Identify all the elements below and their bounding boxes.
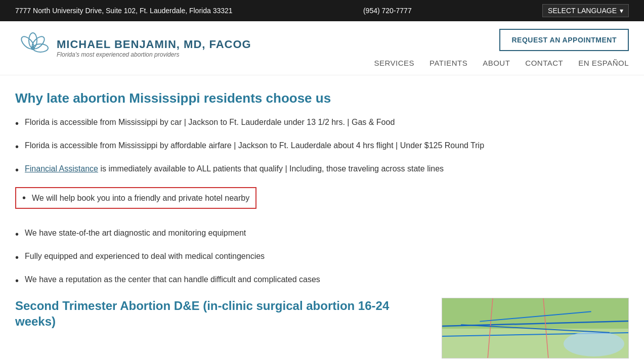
svg-point-4 (31, 46, 35, 50)
main-nav: SERVICES PATIENTS ABOUT CONTACT EN ESPAÑ… (374, 59, 629, 67)
language-selector[interactable]: SELECT LANGUAGE ▾ (542, 4, 629, 17)
chevron-down-icon: ▾ (620, 7, 623, 15)
list-item: We have state-of-the art diagnostic and … (15, 227, 629, 241)
nav-about[interactable]: ABOUT (483, 59, 510, 67)
second-section: Second Trimester Abortion D&E (in-clinic… (15, 298, 629, 358)
request-appointment-button[interactable]: REQUEST AN APPOINTMENT (499, 29, 629, 51)
map-svg (442, 298, 629, 358)
list-item-text: Florida is accessible from Mississippi b… (25, 140, 484, 152)
bullet-list-2: We have state-of-the art diagnostic and … (15, 227, 629, 288)
top-bar: 7777 North University Drive, Suite 102, … (0, 0, 644, 21)
site-header: MICHAEL BENJAMIN, MD, FACOG Florida's mo… (0, 21, 644, 75)
financial-assistance-link[interactable]: Financial Assistance (25, 164, 98, 173)
header-right: REQUEST AN APPOINTMENT SERVICES PATIENTS… (374, 29, 629, 67)
highlighted-list-item: We will help book you into a friendly an… (15, 187, 256, 209)
list-item: Fully equipped and experienced to deal w… (15, 250, 629, 264)
bullet-list: Florida is accessible from Mississippi b… (15, 116, 629, 177)
list-item-text: We have a reputation as the center that … (25, 274, 320, 286)
main-content: Why late abortion Mississippi residents … (0, 75, 644, 359)
list-item: Financial Assistance is immediately avai… (15, 163, 629, 177)
list-item-text: Fully equipped and experienced to deal w… (25, 250, 265, 262)
phone-text: (954) 720-7777 (363, 7, 412, 15)
address-text: 7777 North University Drive, Suite 102, … (15, 7, 233, 15)
nav-contact[interactable]: CONTACT (525, 59, 563, 67)
language-label: SELECT LANGUAGE (548, 7, 617, 15)
logo-icon (15, 30, 51, 66)
doctor-subtitle: Florida's most experienced abortion prov… (57, 51, 251, 58)
nav-patients[interactable]: PATIENTS (430, 59, 467, 67)
list-item-text: Financial Assistance is immediately avai… (25, 163, 444, 175)
nav-services[interactable]: SERVICES (374, 59, 414, 67)
second-section-text: Second Trimester Abortion D&E (in-clinic… (15, 298, 426, 337)
svg-point-3 (33, 44, 48, 52)
svg-point-12 (564, 331, 624, 356)
list-item-text: Florida is accessible from Mississippi b… (25, 116, 395, 128)
list-item: We have a reputation as the center that … (15, 274, 629, 288)
list-item-text: We have state-of-the art diagnostic and … (25, 227, 246, 239)
svg-point-1 (29, 33, 37, 48)
map-image (442, 298, 629, 358)
list-item: Florida is accessible from Mississippi b… (15, 116, 629, 130)
logo-area: MICHAEL BENJAMIN, MD, FACOG Florida's mo… (15, 30, 251, 66)
logo-text: MICHAEL BENJAMIN, MD, FACOG Florida's mo… (57, 38, 251, 58)
doctor-name: MICHAEL BENJAMIN, MD, FACOG (57, 38, 251, 51)
highlighted-list-item-wrapper: We will help book you into a friendly an… (15, 187, 629, 218)
second-section-title: Second Trimester Abortion D&E (in-clinic… (15, 298, 426, 329)
highlighted-item-text: We will help book you into a friendly an… (32, 194, 249, 203)
list-item: Florida is accessible from Mississippi b… (15, 140, 629, 154)
section-heading: Why late abortion Mississippi residents … (15, 91, 629, 106)
nav-espanol[interactable]: EN ESPAÑOL (578, 59, 629, 67)
